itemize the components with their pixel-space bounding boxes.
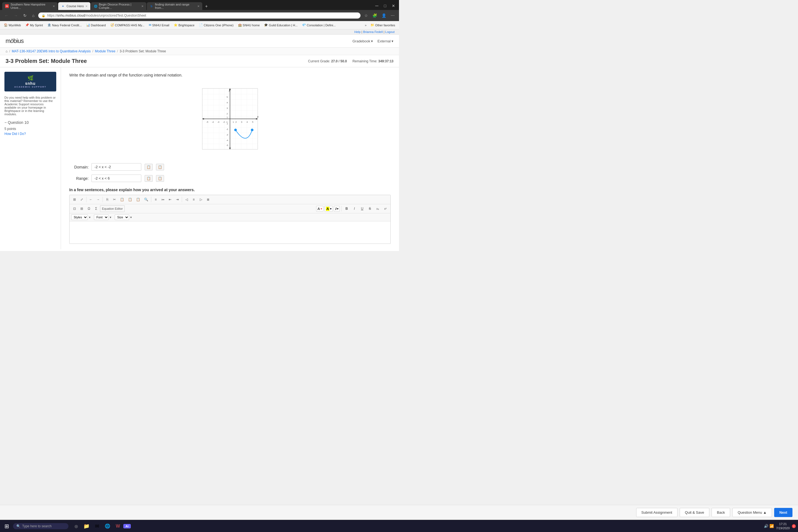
back-nav-button[interactable]: ← (3, 13, 10, 18)
editor-indent-btn[interactable]: ⇥ (174, 196, 180, 203)
italic-style-btn[interactable]: I ▾ (334, 206, 340, 212)
breadcrumb-module-link[interactable]: Module Three (95, 49, 116, 53)
range-input[interactable] (92, 174, 141, 182)
superscript-btn[interactable]: x² (382, 205, 389, 212)
bookmark-snhuemail[interactable]: ✉ SNHU Email (147, 23, 171, 27)
italic-btn[interactable]: I (351, 205, 358, 212)
bold-btn[interactable]: B (343, 205, 350, 212)
extensions-button[interactable]: 🧩 (371, 13, 379, 18)
logout-link[interactable]: Logout (385, 30, 395, 34)
editor-expand-btn[interactable]: ⤢ (78, 196, 85, 203)
svg-text:-4: -4 (212, 121, 214, 123)
bookmark-consolation[interactable]: 💎 Consolation | Defini... (300, 23, 337, 27)
tab-snhu[interactable]: m Southern New Hampshire Unive... ✕ (2, 2, 58, 10)
tab-title-coursehero: Course Hero (66, 4, 84, 8)
svg-text:-4: -4 (226, 139, 228, 141)
bookmarks-bar: 🏠 WyoWeb 📌 My Sprint 🏦 Navy Federal Cred… (0, 21, 399, 30)
bookmark-snhuhome[interactable]: 🏫 SNHU home (236, 23, 262, 27)
svg-text:-3: -3 (226, 134, 228, 136)
star-button[interactable]: ☆ (363, 13, 369, 18)
editor-source-btn[interactable]: ⊡ (71, 205, 78, 212)
editor-sigma-btn[interactable]: Σ (93, 205, 99, 212)
font-select[interactable]: Font (94, 214, 109, 220)
editor-undo-btn[interactable]: ← (88, 196, 94, 203)
tab-close-snhu[interactable]: ✕ (53, 5, 55, 8)
url-bar[interactable]: 🔒 https://snhu.mobius.cloud/modules/unpr… (38, 13, 360, 19)
new-tab-button[interactable]: + (203, 4, 210, 9)
domain-format-btn-1[interactable]: 📋 (145, 164, 153, 170)
reload-button[interactable]: ↻ (22, 13, 28, 18)
tab-close-divorce[interactable]: ✕ (141, 5, 144, 8)
how-did-i-link[interactable]: How Did I Do? (4, 132, 26, 136)
external-button[interactable]: External ▾ (377, 39, 394, 43)
svg-text:4: 4 (227, 101, 228, 104)
bookmark-navy[interactable]: 🏦 Navy Federal Credit... (46, 23, 83, 27)
editor-align-justify-btn[interactable]: ≣ (205, 196, 211, 203)
tab-domain[interactable]: b finding domain and range from... ✕ (147, 2, 202, 10)
question-label: − Question 10 (4, 120, 56, 125)
tab-coursehero[interactable]: ✦ Course Hero ✕ (58, 2, 90, 10)
editor-search-btn[interactable]: 🔍 (142, 196, 150, 203)
domain-input[interactable] (92, 163, 141, 171)
editor-content-area[interactable] (70, 222, 391, 244)
page-wrapper: Help | Brianna Fedell | Logout möbius Gr… (0, 30, 399, 251)
breadcrumb-course-link[interactable]: MAT-136-X8147 20EW6 Intro to Quantitativ… (12, 49, 91, 53)
editor-align-left-btn[interactable]: ◁ (183, 196, 190, 203)
user-link[interactable]: Brianna Fedell (363, 30, 383, 34)
range-format-btn-2[interactable]: 📋 (156, 175, 164, 182)
tab-divorce[interactable]: 🌐 Begin Divorce Process | Comple... ✕ (91, 2, 146, 10)
bookmark-brightspace[interactable]: ⭐ Brightspace (172, 23, 196, 27)
gradebook-button[interactable]: Gradebook ▾ (353, 39, 373, 43)
current-grade-label: Current Grade: 27.0 / 50.0 (308, 59, 347, 63)
bookmark-citizens[interactable]: 📄 Citizens One (iPhone) (197, 23, 235, 27)
font-color-btn[interactable]: A ▾ (316, 206, 323, 212)
function-graph: x y -5 -4 -3 -2 -1 1 2 3 4 5 5 4 (197, 83, 263, 155)
bookmark-wyoweb[interactable]: 🏠 WyoWeb (2, 23, 22, 27)
profile-button[interactable]: 👤 (380, 13, 388, 18)
subscript-btn[interactable]: x₂ (374, 205, 381, 212)
grade-info: Current Grade: 27.0 / 50.0 Remaining Tim… (308, 59, 394, 63)
editor-paste3-btn[interactable]: 📋 (134, 196, 142, 203)
editor-omega-btn[interactable]: Ω (86, 205, 92, 212)
page-title-bar: 3-3 Problem Set: Module Three Current Gr… (0, 55, 399, 67)
editor-cut-btn[interactable]: ✂ (111, 196, 118, 203)
size-select[interactable]: Size (115, 214, 129, 220)
editor-copy-btn[interactable]: ⎘ (104, 196, 111, 203)
strikethrough-btn[interactable]: S (366, 205, 373, 212)
editor-outdent-btn[interactable]: ⇤ (167, 196, 173, 203)
bookmark-other-favorites[interactable]: 📁 Other favorites (369, 23, 397, 27)
home-button[interactable]: ⌂ (31, 13, 36, 18)
editor-align-center-btn[interactable]: ≡ (190, 196, 197, 203)
bookmark-mysprint[interactable]: 📌 My Sprint (23, 23, 44, 27)
equation-editor-btn[interactable]: Equation Editor (100, 205, 125, 212)
tab-favicon-snhu: m (5, 4, 9, 8)
svg-text:1: 1 (227, 116, 228, 119)
highlight-btn[interactable]: A ▾ (324, 206, 333, 212)
styles-select[interactable]: Styles (71, 214, 88, 220)
tab-close-domain[interactable]: ✕ (197, 5, 200, 8)
domain-format-btn-2[interactable]: 📋 (156, 164, 164, 170)
bookmark-guild[interactable]: 🎓 Guild Education | H... (262, 23, 299, 27)
editor-table-btn[interactable]: ⊞ (71, 196, 78, 203)
bookmark-compass[interactable]: 🧭 COMPASS HHS My... (109, 23, 146, 27)
toolbar-sep-5 (341, 206, 342, 211)
tab-close-coursehero[interactable]: ✕ (86, 5, 88, 8)
editor-table2-btn[interactable]: ⊞ (78, 205, 85, 212)
bookmark-dashboard[interactable]: 📊 Dashboard (84, 23, 108, 27)
editor-align-right-btn[interactable]: ▷ (197, 196, 204, 203)
underline-btn[interactable]: U (359, 205, 365, 212)
editor-numlist-btn[interactable]: ≔ (159, 196, 166, 203)
editor-list-btn[interactable]: ≡ (152, 196, 159, 203)
bookmarks-overflow-button[interactable]: » (365, 23, 366, 27)
help-link[interactable]: Help (355, 30, 361, 34)
editor-paste2-btn[interactable]: 📋 (126, 196, 134, 203)
close-button[interactable]: ✕ (390, 3, 397, 8)
editor-redo-btn[interactable]: → (95, 196, 101, 203)
range-format-btn-1[interactable]: 📋 (145, 175, 153, 182)
forward-nav-button[interactable]: → (12, 13, 19, 18)
maximize-button[interactable]: □ (382, 3, 388, 8)
more-button[interactable]: ⋯ (389, 13, 396, 18)
editor-paste-btn[interactable]: 📋 (118, 196, 126, 203)
home-icon[interactable]: ⌂ (5, 49, 7, 53)
minimize-button[interactable]: ─ (374, 3, 380, 9)
